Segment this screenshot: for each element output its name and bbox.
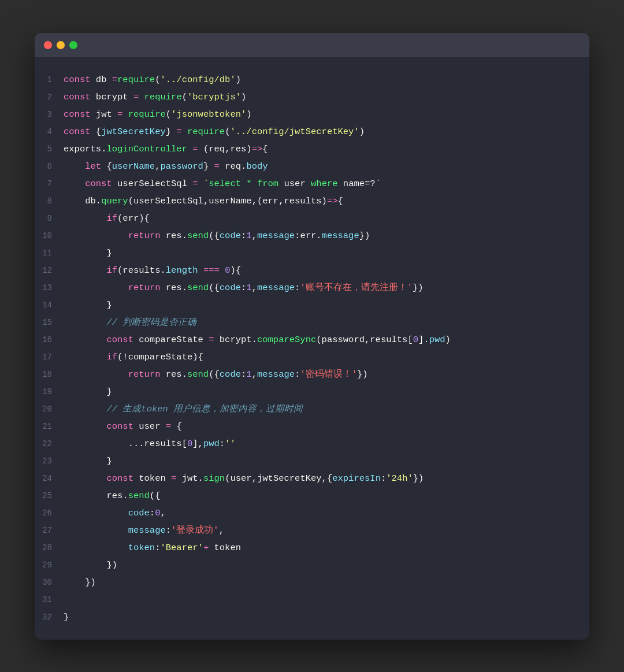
code-line: 9 if(err){ xyxy=(35,210,589,227)
code-line: 22 ...results[0],pwd:'' xyxy=(35,435,589,452)
maximize-button[interactable] xyxy=(69,41,77,49)
code-line: 32 } xyxy=(35,608,589,626)
code-line: 6 let {userName,password} = req.body xyxy=(35,158,589,175)
code-line: 16 const compareState = bcrypt.compareSy… xyxy=(35,331,589,348)
code-line: 4 const {jwtSecretKey} = require('../con… xyxy=(35,123,589,140)
code-line: 27 message:'登录成功', xyxy=(35,522,589,539)
code-line: 20 // 生成token 用户信息，加密内容，过期时间 xyxy=(35,400,589,418)
code-line: 31 xyxy=(35,591,589,608)
code-line: 5 exports.loginController = (req,res)=>{ xyxy=(35,140,589,158)
code-line: 14 } xyxy=(35,296,589,314)
code-line: 30 }) xyxy=(35,574,589,591)
minimize-button[interactable] xyxy=(57,41,65,49)
code-line: 13 return res.send({code:1,message:'账号不存… xyxy=(35,279,589,296)
code-line: 10 return res.send({code:1,message:err.m… xyxy=(35,227,589,244)
titlebar xyxy=(35,33,589,57)
code-line: 29 }) xyxy=(35,556,589,574)
code-editor: 1 const db =require('../config/db') 2 co… xyxy=(35,57,589,640)
code-line: 15 // 判断密码是否正确 xyxy=(35,314,589,331)
code-line: 21 const user = { xyxy=(35,418,589,435)
code-line: 24 const token = jwt.sign(user,jwtSecret… xyxy=(35,470,589,487)
code-window: 1 const db =require('../config/db') 2 co… xyxy=(35,33,589,640)
code-line: 23 } xyxy=(35,452,589,470)
code-line: 25 res.send({ xyxy=(35,487,589,504)
code-line: 26 code:0, xyxy=(35,504,589,522)
code-line: 28 token:'Bearer'+ token xyxy=(35,539,589,556)
code-line: 8 db.query(userSelectSql,userName,(err,r… xyxy=(35,192,589,210)
close-button[interactable] xyxy=(44,41,52,49)
code-line: 12 if(results.length === 0){ xyxy=(35,262,589,279)
code-line: 19 } xyxy=(35,383,589,400)
code-line: 3 const jwt = require('jsonwebtoken') xyxy=(35,106,589,123)
code-line: 1 const db =require('../config/db') xyxy=(35,71,589,88)
code-line: 2 const bcrypt = require('bcryptjs') xyxy=(35,88,589,106)
code-line: 11 } xyxy=(35,244,589,262)
code-line: 18 return res.send({code:1,message:'密码错误… xyxy=(35,366,589,383)
code-line: 7 const userSelectSql = `select * from u… xyxy=(35,175,589,192)
code-line: 17 if(!compareState){ xyxy=(35,348,589,366)
